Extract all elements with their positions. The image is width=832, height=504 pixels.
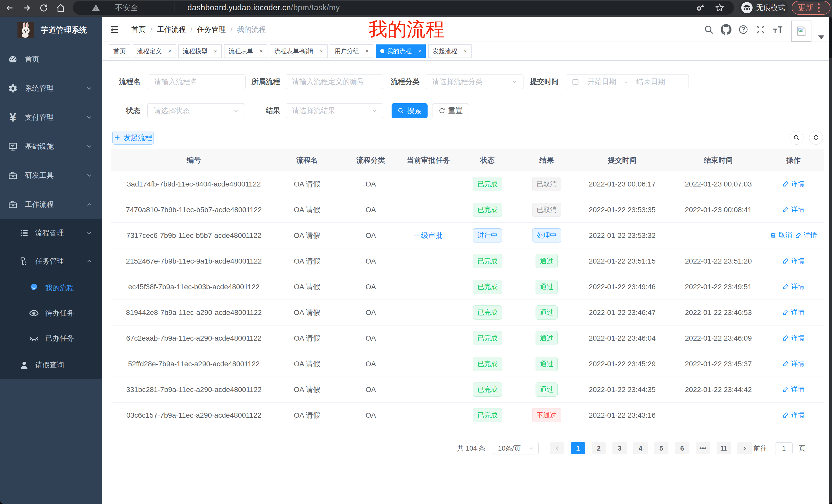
pager-page-•••[interactable]: ••• [696,442,710,454]
font-size-icon[interactable] [769,17,786,41]
row-action-详情[interactable]: 详情 [782,256,805,265]
filter-name-input[interactable]: 请输入流程名 [148,74,245,89]
pager-page-6[interactable]: 6 [675,442,689,454]
cell-result: 处理中 [522,228,571,243]
url-text[interactable]: dashboard.yudao.iocoder.cn/bpm/task/my [187,3,340,12]
pager-prev-button[interactable] [550,442,564,454]
breadcrumb-item-任务管理[interactable]: 任务管理 [197,25,226,34]
pager-page-11[interactable]: 11 [717,442,731,454]
github-icon[interactable] [717,17,734,41]
task-link[interactable]: 一级审批 [414,231,443,240]
date-start-placeholder[interactable]: 开始日期 [585,77,619,87]
close-icon[interactable]: × [464,48,467,54]
security-label[interactable]: 不安全 [115,3,138,13]
bookmark-star-icon[interactable] [715,3,724,12]
close-icon[interactable]: × [259,48,263,54]
browser-toolbar: 不安全 dashboard.yudao.iocoder.cn/bpm/task/… [0,0,832,17]
cell-id: 3ad174fb-7b9d-11ec-8404-acde48001122 [111,180,277,188]
address-bar[interactable]: 不安全 dashboard.yudao.iocoder.cn/bpm/task/… [73,1,734,15]
browser-forward-button[interactable] [19,0,34,16]
row-action-详情[interactable]: 详情 [782,333,805,342]
tag-发起流程[interactable]: 发起流程× [428,45,471,58]
pager-page-5[interactable]: 5 [654,442,669,454]
row-action-详情[interactable]: 详情 [795,231,817,240]
pager-page-2[interactable]: 2 [592,442,606,454]
row-action-详情[interactable]: 详情 [782,308,805,317]
pager-page-3[interactable]: 3 [613,442,627,454]
close-icon[interactable]: × [214,48,217,54]
top-navbar: 首页/工作流程/任务管理/我的流程 [102,17,832,41]
scrollbar-thumb[interactable] [829,17,832,58]
pager-next-button[interactable] [737,442,752,454]
close-icon[interactable]: × [168,48,172,54]
tag-流程表单-编辑[interactable]: 流程表单-编辑× [270,45,328,58]
sidebar-item-系统管理[interactable]: 系统管理 [0,74,102,103]
toggle-search-button[interactable] [789,131,803,145]
goto-label: 前往 [754,444,767,453]
fullscreen-icon[interactable] [752,17,769,41]
tag-流程定义[interactable]: 流程定义× [133,45,176,58]
tag-我的流程[interactable]: 我的流程× [376,45,426,58]
browser-reload-button[interactable] [36,0,51,16]
sidebar-item-待办任务[interactable]: 待办任务 [0,301,102,326]
cell-submit-time: 2022-01-23 00:06:17 [571,180,674,188]
row-action-详情[interactable]: 详情 [782,205,805,214]
breadcrumb-separator: / [231,25,233,34]
browser-home-button[interactable] [53,0,69,16]
password-key-icon[interactable] [697,3,705,12]
filter-status-select[interactable]: 请选择状态 [147,103,245,118]
sidebar-item-工作流程[interactable]: 工作流程 [0,190,102,219]
page-size-select[interactable]: 10条/页 [493,442,539,454]
breadcrumb-item-首页[interactable]: 首页 [131,25,146,34]
hamburger-menu-icon[interactable] [109,25,119,34]
filter-time-range-picker[interactable]: 开始日期 - 结束日期 [566,74,689,89]
tag-首页[interactable]: 首页 [109,45,130,58]
table-row: 03c6c157-7b9a-11ec-a290-acde48001122OA 请… [111,402,824,428]
pager-page-1[interactable]: 1 [571,442,585,454]
row-action-详情[interactable]: 详情 [782,179,805,188]
row-action-详情[interactable]: 详情 [782,385,805,394]
goto-page-input[interactable] [775,442,793,454]
sidebar-item-流程管理[interactable]: 流程管理 [0,219,102,247]
date-end-placeholder[interactable]: 结束日期 [634,77,668,87]
sidebar-item-研发工具[interactable]: 研发工具 [0,161,102,190]
user-avatar[interactable] [791,21,811,41]
page-scrollbar[interactable] [829,17,832,504]
sidebar-item-请假查询[interactable]: 请假查询 [0,351,102,379]
row-action-详情[interactable]: 详情 [782,359,805,368]
search-button[interactable]: 搜索 [392,103,427,118]
row-action-详情[interactable]: 详情 [782,282,805,291]
sidebar-logo[interactable]: 芋道管理系统 [0,17,102,43]
refresh-icon [813,134,820,141]
filter-category-select[interactable]: 请选择流程分类 [426,74,523,89]
create-process-button[interactable]: 发起流程 [112,131,154,145]
tag-流程模型[interactable]: 流程模型× [178,45,222,58]
pager-page-4[interactable]: 4 [633,442,648,454]
sidebar-item-首页[interactable]: 首页 [0,45,102,74]
cell-status: 已完成 [452,408,522,422]
row-action-取消[interactable]: 取消 [770,231,792,240]
header-search-icon[interactable] [700,17,717,41]
sidebar-item-已办任务[interactable]: 已办任务 [0,326,102,351]
breadcrumb-item-工作流程[interactable]: 工作流程 [157,25,186,34]
row-action-详情[interactable]: 详情 [782,411,805,419]
avatar-caret-down-icon[interactable] [818,35,824,39]
filter-result-select[interactable]: 请选择流结果 [286,103,383,118]
close-icon[interactable]: × [365,48,369,54]
close-icon[interactable]: × [319,48,323,54]
reset-button[interactable]: 重置 [432,103,469,118]
browser-menu-kebab-icon[interactable] [818,3,820,12]
sidebar-item-我的流程[interactable]: 我的流程 [0,275,102,301]
sidebar-item-任务管理[interactable]: 任务管理 [0,247,102,275]
filter-parent-label: 所属流程 [252,74,280,89]
tag-流程表单[interactable]: 流程表单× [224,45,267,58]
tag-用户分组[interactable]: 用户分组× [330,45,373,58]
browser-back-button[interactable] [2,0,18,16]
close-icon[interactable]: × [418,48,421,54]
sidebar-item-支付管理[interactable]: ¥支付管理 [0,103,102,132]
refresh-table-button[interactable] [809,131,823,145]
sidebar-item-基础设施[interactable]: 基础设施 [0,132,102,161]
filter-parent-input[interactable]: 请输入流程定义的编号 [286,74,383,89]
help-question-icon[interactable] [734,17,752,41]
browser-update-button[interactable]: 更新 [791,1,830,15]
